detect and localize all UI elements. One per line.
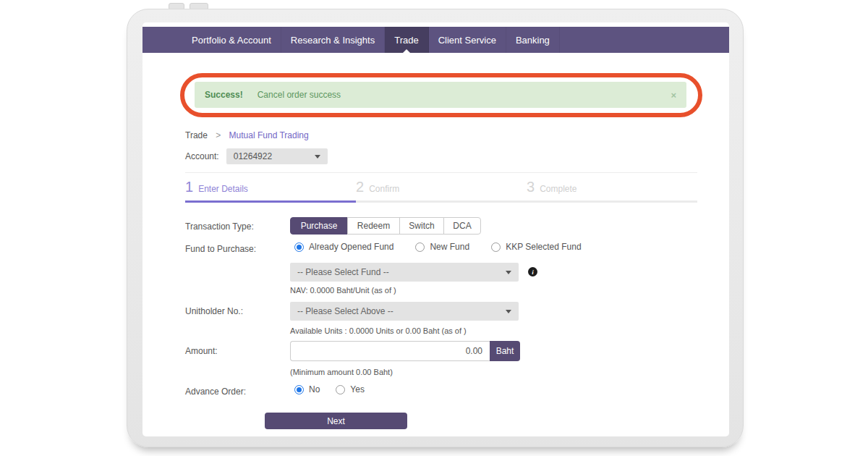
radio-label: No bbox=[309, 384, 320, 394]
account-select[interactable]: 01264922 bbox=[226, 148, 328, 164]
radio-label: New Fund bbox=[430, 242, 469, 252]
breadcrumb-mutual-fund-trading[interactable]: Mutual Fund Trading bbox=[229, 130, 309, 140]
radio-already-opened-fund[interactable]: Already Opened Fund bbox=[294, 242, 393, 252]
unitholder-select[interactable]: -- Please Select Above -- bbox=[290, 302, 519, 321]
transaction-type-label: Transaction Type: bbox=[185, 221, 254, 232]
breadcrumb: Trade > Mutual Fund Trading bbox=[185, 130, 309, 140]
radio-no[interactable]: No bbox=[294, 384, 320, 394]
nav-tab-trade[interactable]: Trade bbox=[385, 27, 428, 53]
next-button[interactable]: Next bbox=[265, 413, 407, 429]
fund-select-value: -- Please Select Fund -- bbox=[297, 267, 389, 277]
account-select-value: 01264922 bbox=[234, 151, 272, 161]
step-number: 3 bbox=[527, 179, 535, 195]
radio-selected-icon[interactable] bbox=[294, 242, 304, 252]
breadcrumb-trade[interactable]: Trade bbox=[185, 130, 208, 140]
account-row: Account: 01264922 bbox=[185, 148, 328, 164]
section-divider bbox=[185, 172, 697, 173]
radio-icon[interactable] bbox=[336, 385, 345, 394]
step-complete: 3 Complete bbox=[527, 179, 697, 203]
fund-to-purchase-label: Fund to Purchase: bbox=[185, 244, 256, 254]
chevron-down-icon bbox=[315, 155, 320, 159]
unitholder-select-value: -- Please Select Above -- bbox=[297, 306, 393, 316]
chevron-down-icon bbox=[506, 310, 511, 313]
success-alert: Success! Cancel order success × bbox=[195, 82, 686, 108]
advance-order-radios: No Yes bbox=[294, 384, 386, 394]
switch-button[interactable]: Switch bbox=[399, 217, 444, 235]
fund-select[interactable]: -- Please Select Fund -- bbox=[290, 263, 519, 282]
close-icon[interactable]: × bbox=[671, 90, 676, 101]
step-wizard: 1 Enter Details 2 Confirm 3 Complete bbox=[185, 179, 697, 203]
amount-input-group: Baht bbox=[290, 341, 520, 361]
transaction-type-button-group: Purchase Redeem Switch DCA bbox=[290, 217, 481, 235]
step-enter-details: 1 Enter Details bbox=[185, 179, 356, 203]
alert-title: Success! bbox=[205, 90, 243, 100]
main-navbar: Portfolio & Account Research & Insights … bbox=[142, 27, 729, 53]
amount-label: Amount: bbox=[185, 346, 218, 356]
radio-icon[interactable] bbox=[415, 242, 425, 252]
radio-icon[interactable] bbox=[491, 242, 501, 252]
nav-tab-portfolio-account[interactable]: Portfolio & Account bbox=[182, 27, 281, 53]
radio-new-fund[interactable]: New Fund bbox=[415, 242, 469, 252]
page: Portfolio & Account Research & Insights … bbox=[0, 0, 868, 456]
step-number: 1 bbox=[185, 179, 193, 195]
step-number: 2 bbox=[356, 179, 364, 195]
info-icon[interactable]: i bbox=[528, 267, 537, 276]
tablet-screen: Portfolio & Account Research & Insights … bbox=[142, 22, 729, 436]
breadcrumb-separator: > bbox=[216, 130, 221, 140]
radio-label: KKP Selected Fund bbox=[506, 242, 582, 252]
tablet-frame: Portfolio & Account Research & Insights … bbox=[127, 9, 744, 447]
step-confirm: 2 Confirm bbox=[356, 179, 527, 203]
nav-tab-research-insights[interactable]: Research & Insights bbox=[281, 27, 385, 53]
radio-selected-icon[interactable] bbox=[294, 385, 304, 394]
nav-info-text: NAV: 0.0000 Baht/Unit (as of ) bbox=[290, 286, 396, 295]
amount-input[interactable] bbox=[290, 341, 490, 361]
baht-addon-button[interactable]: Baht bbox=[490, 341, 520, 361]
minimum-amount-hint: (Minimum amount 0.00 Baht) bbox=[290, 368, 393, 376]
alert-message: Cancel order success bbox=[258, 90, 341, 100]
step-label: Complete bbox=[540, 184, 576, 194]
radio-label: Already Opened Fund bbox=[309, 242, 393, 252]
available-units-text: Available Units : 0.0000 Units or 0.00 B… bbox=[290, 326, 467, 335]
account-label: Account: bbox=[185, 151, 219, 161]
step-label: Enter Details bbox=[198, 184, 248, 194]
purchase-button[interactable]: Purchase bbox=[290, 217, 348, 235]
radio-kkp-selected-fund[interactable]: KKP Selected Fund bbox=[491, 242, 582, 252]
dca-button[interactable]: DCA bbox=[443, 217, 481, 235]
unitholder-label: Unitholder No.: bbox=[185, 306, 243, 316]
chevron-down-icon bbox=[506, 271, 511, 274]
radio-label: Yes bbox=[350, 384, 365, 394]
advance-order-label: Advance Order: bbox=[185, 387, 246, 397]
nav-tab-banking[interactable]: Banking bbox=[506, 27, 560, 53]
step-label: Confirm bbox=[369, 184, 399, 194]
radio-yes[interactable]: Yes bbox=[336, 384, 365, 394]
fund-to-purchase-radios: Already Opened Fund New Fund KKP Selecte… bbox=[294, 242, 603, 252]
nav-tab-client-service[interactable]: Client Service bbox=[429, 27, 506, 53]
redeem-button[interactable]: Redeem bbox=[347, 217, 400, 235]
